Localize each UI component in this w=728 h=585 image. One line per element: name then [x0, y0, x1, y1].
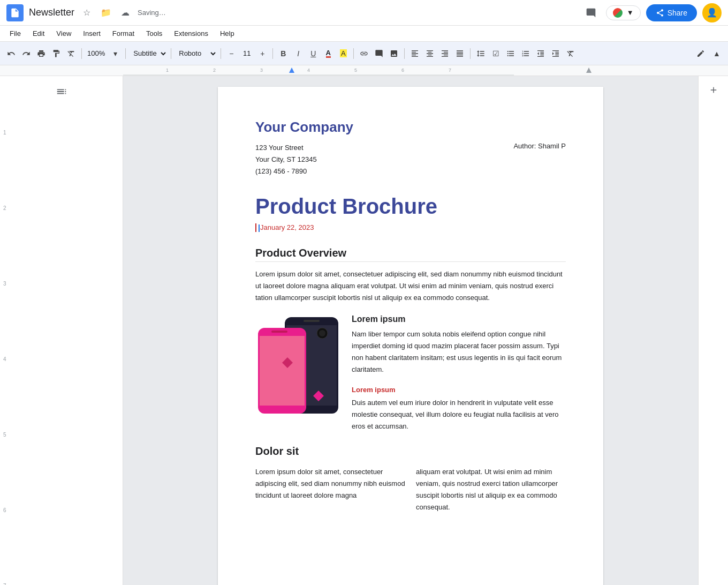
bold-button[interactable]: B — [276, 46, 290, 61]
outline-icon[interactable] — [52, 82, 71, 103]
user-avatar[interactable]: 👤 — [702, 3, 722, 22]
lorem-body: Nam liber tempor cum soluta nobis eleife… — [352, 328, 566, 376]
underline-button[interactable]: U — [306, 46, 320, 61]
image-button[interactable] — [387, 46, 401, 61]
page-markers: 1 2 3 4 5 6 7 8 — [3, 76, 6, 585]
document-page[interactable]: Your Company 123 Your Street Your City, … — [218, 87, 603, 585]
paragraph-style-select[interactable]: Subtitle — [129, 46, 168, 61]
font-size-increase[interactable]: + — [255, 46, 269, 61]
undo-button[interactable] — [4, 46, 18, 61]
chevron-up-button[interactable]: ▲ — [710, 46, 724, 61]
doc-date[interactable]: January 22, 2023 — [255, 223, 566, 232]
comment-inline-button[interactable] — [372, 46, 386, 61]
address-line1: 123 Your Street — [255, 142, 317, 154]
overview-body[interactable]: Lorem ipsum dolor sit amet, consectetuer… — [255, 268, 566, 304]
svg-text:5: 5 — [354, 68, 357, 73]
bookmark-button[interactable]: 📁 — [98, 5, 114, 21]
page-marker-7: 7 — [3, 583, 6, 585]
cursor — [259, 224, 260, 232]
star-button[interactable]: ☆ — [79, 5, 95, 21]
checklist-button[interactable]: ☑ — [489, 46, 503, 61]
italic-button[interactable]: I — [291, 46, 305, 61]
ruler: 1 2 3 4 5 6 7 — [0, 65, 728, 76]
title-icons: ☆ 📁 ☁ — [79, 5, 133, 21]
menu-tools[interactable]: Tools — [141, 27, 168, 40]
highlight-button[interactable]: A — [336, 46, 350, 61]
menu-format[interactable]: Format — [107, 27, 140, 40]
menu-view[interactable]: View — [51, 27, 77, 40]
svg-rect-12 — [304, 320, 320, 322]
font-select[interactable]: Roboto — [175, 46, 217, 61]
svg-rect-17 — [271, 331, 287, 333]
page-marker-3: 3 — [3, 281, 6, 287]
align-justify-button[interactable] — [453, 46, 467, 61]
lorem-sub-body: Duis autem vel eum iriure dolor in hendr… — [352, 397, 566, 432]
print-button[interactable] — [34, 46, 48, 61]
address-block: 123 Your Street Your City, ST 12345 (123… — [255, 142, 566, 177]
lorem-sub-heading[interactable]: Lorem ipsum — [352, 386, 566, 394]
sep4 — [221, 48, 221, 59]
saving-status: Saving… — [138, 9, 166, 17]
app-icon — [6, 4, 24, 21]
svg-marker-8 — [289, 68, 294, 73]
zoom-in-button[interactable] — [705, 81, 722, 99]
main-layout: 1 2 3 4 5 6 7 8 Your Company 123 Your St… — [0, 76, 728, 585]
section-heading-overview: Product Overview — [255, 247, 566, 262]
page-marker-5: 5 — [3, 432, 6, 438]
col-right: aliquam erat volutpat. Ut wisi enim ad m… — [416, 466, 566, 513]
share-button[interactable]: Share — [646, 4, 697, 21]
redo-button[interactable] — [19, 46, 33, 61]
editing-mode-button[interactable] — [694, 46, 708, 61]
col-left: Lorem ipsum dolor sit amet, consectetuer… — [255, 466, 405, 513]
line-spacing-button[interactable] — [474, 46, 488, 61]
text-block-right: Lorem ipsum Nam liber tempor cum soluta … — [352, 314, 566, 432]
menu-extensions[interactable]: Extensions — [169, 27, 214, 40]
numbered-list-button[interactable] — [519, 46, 533, 61]
menu-insert[interactable]: Insert — [78, 27, 106, 40]
phone-svg — [255, 314, 341, 416]
font-size-input[interactable]: 11 — [239, 49, 254, 57]
font-size-decrease[interactable]: − — [224, 46, 238, 61]
comment-button[interactable] — [581, 3, 601, 22]
link-button[interactable] — [357, 46, 371, 61]
menu-help[interactable]: Help — [215, 27, 240, 40]
sep7 — [404, 48, 405, 59]
align-left-button[interactable] — [408, 46, 422, 61]
zoom-dropdown[interactable]: ▾ — [108, 46, 122, 61]
page-marker-1: 1 — [3, 130, 6, 136]
address-left: 123 Your Street Your City, ST 12345 (123… — [255, 142, 317, 177]
address-line2: Your City, ST 12345 — [255, 154, 317, 166]
zoom-control[interactable]: 100% ▾ — [85, 46, 122, 61]
align-right-button[interactable] — [438, 46, 452, 61]
sep6 — [353, 48, 354, 59]
sep8 — [470, 48, 471, 59]
sep3 — [171, 48, 171, 59]
cloud-button[interactable]: ☁ — [117, 5, 133, 21]
company-name[interactable]: Your Company — [255, 119, 566, 136]
page-marker-6: 6 — [3, 507, 6, 513]
meet-button[interactable]: ▼ — [606, 5, 641, 20]
sep5 — [272, 48, 273, 59]
page-area[interactable]: Your Company 123 Your Street Your City, … — [123, 76, 698, 585]
clear-format-button2[interactable] — [564, 46, 578, 61]
title-section: Newsletter ☆ 📁 ☁ Saving… — [29, 5, 581, 21]
menu-file[interactable]: File — [4, 27, 26, 40]
text-color-button[interactable]: A — [321, 46, 335, 61]
svg-text:1: 1 — [166, 68, 169, 73]
two-col-layout: Lorem ipsum dolor sit amet, consectetuer… — [255, 466, 566, 513]
align-center-button[interactable] — [423, 46, 437, 61]
clear-format-button[interactable] — [64, 46, 78, 61]
svg-text:4: 4 — [307, 68, 310, 73]
document-title[interactable]: Newsletter — [29, 7, 74, 18]
sidebar: 1 2 3 4 5 6 7 8 — [0, 76, 123, 585]
indent-decrease-button[interactable] — [534, 46, 548, 61]
zoom-value[interactable]: 100% — [85, 48, 107, 58]
right-panel — [698, 76, 728, 585]
lorem-heading: Lorem ipsum — [352, 314, 566, 324]
doc-main-title[interactable]: Product Brochure — [255, 193, 566, 219]
paint-format-button[interactable] — [49, 46, 63, 61]
indent-increase-button[interactable] — [549, 46, 563, 61]
menu-edit[interactable]: Edit — [27, 27, 50, 40]
page-marker-2: 2 — [3, 205, 6, 211]
bullet-list-button[interactable] — [504, 46, 518, 61]
